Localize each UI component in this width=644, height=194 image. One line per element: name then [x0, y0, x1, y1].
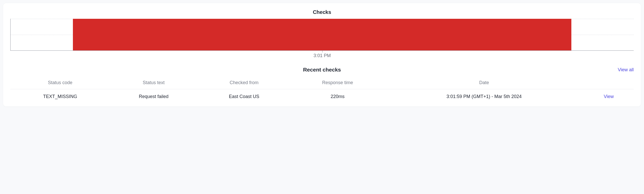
- chart-x-tick-mark: [322, 50, 323, 52]
- checks-card: Checks 3:01 PM Recent checks View all St…: [3, 3, 641, 107]
- recent-checks-table: Status code Status text Checked from Res…: [10, 76, 634, 102]
- cell-date: 3:01:59 PM (GMT+1) - Mar 5th 2024: [384, 89, 584, 102]
- table-row: TEXT_MISSINGRequest failedEast Coast US2…: [10, 89, 634, 102]
- col-status-code: Status code: [10, 76, 110, 89]
- recent-checks-title: Recent checks: [303, 67, 341, 73]
- cell-action: View: [584, 89, 634, 102]
- table-header-row: Status code Status text Checked from Res…: [10, 76, 634, 89]
- cell-checked-from: East Coast US: [197, 89, 291, 102]
- col-checked-from: Checked from: [197, 76, 291, 89]
- col-date: Date: [384, 76, 584, 89]
- checks-title: Checks: [10, 9, 634, 15]
- recent-checks-tbody: TEXT_MISSINGRequest failedEast Coast US2…: [10, 89, 634, 102]
- chart-x-tick-label: 3:01 PM: [313, 53, 331, 58]
- cell-status-code: TEXT_MISSING: [10, 89, 110, 102]
- col-response-time: Response time: [291, 76, 384, 89]
- checks-chart: 3:01 PM: [10, 19, 634, 61]
- col-status-text: Status text: [110, 76, 197, 89]
- cell-status-text: Request failed: [110, 89, 197, 102]
- checks-chart-plot: 3:01 PM: [10, 19, 634, 51]
- recent-checks-header: Recent checks View all: [10, 67, 634, 73]
- view-all-link[interactable]: View all: [618, 67, 634, 73]
- cell-response-time: 220ms: [291, 89, 384, 102]
- chart-bar: [73, 19, 571, 50]
- col-action: [584, 76, 634, 89]
- view-row-link[interactable]: View: [604, 94, 614, 99]
